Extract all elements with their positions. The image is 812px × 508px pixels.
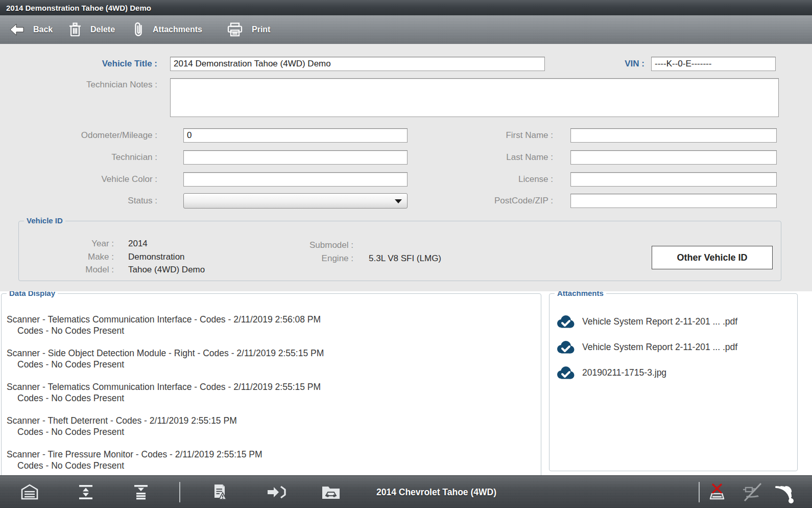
data-display-legend: Data Display xyxy=(7,291,58,298)
attachment-item[interactable]: 20190211-1715-3.jpg xyxy=(556,365,666,380)
attachment-name: 20190211-1715-3.jpg xyxy=(582,367,666,378)
device-disconnected-icon[interactable] xyxy=(706,481,728,503)
cloud-check-icon xyxy=(556,314,575,329)
back-arrow-icon xyxy=(9,22,25,37)
vehicle-id-legend: Vehicle ID xyxy=(24,216,65,225)
trash-icon xyxy=(68,22,82,37)
codes-report-icon[interactable] xyxy=(209,482,229,502)
year-label: Year : xyxy=(42,239,114,249)
other-vehicle-id-button[interactable]: Other Vehicle ID xyxy=(652,246,773,269)
technician-notes-label: Technician Notes : xyxy=(41,80,157,90)
entry-title: Scanner - Telematics Communication Inter… xyxy=(7,382,321,392)
vehicle-color-label: Vehicle Color : xyxy=(41,174,157,184)
back-button[interactable]: Back xyxy=(6,15,56,44)
model-label: Model : xyxy=(42,265,114,275)
attachment-name: Vehicle System Report 2-11-201 ... .pdf xyxy=(582,316,737,327)
cloud-check-icon xyxy=(556,365,575,380)
vehicle-title-input[interactable] xyxy=(170,57,545,71)
print-label: Print xyxy=(252,25,270,34)
app-window: 2014 Demonstration Tahoe (4WD) Demo Back… xyxy=(0,0,812,508)
submodel-label: Submodel : xyxy=(284,240,353,250)
window-title: 2014 Demonstration Tahoe (4WD) Demo xyxy=(0,4,151,12)
entry-detail: Codes - No Codes Present xyxy=(17,326,124,336)
attachments-button[interactable]: Attachments xyxy=(130,15,205,44)
window-title-bar: 2014 Demonstration Tahoe (4WD) Demo xyxy=(0,0,812,15)
odometer-input[interactable] xyxy=(183,128,408,143)
engine-label: Engine : xyxy=(284,253,353,264)
vehicle-id-groupbox: Vehicle ID Year : 2014 Make : Demonstrat… xyxy=(18,221,781,281)
entry-detail: Codes - No Codes Present xyxy=(17,460,124,471)
expand-rows-icon[interactable] xyxy=(77,483,95,501)
vehicle-record-form: Vehicle Title : VIN : Technician Notes :… xyxy=(0,44,812,291)
status-dropdown[interactable] xyxy=(183,193,408,209)
garage-home-icon[interactable] xyxy=(20,483,39,501)
entry-title: Scanner - Tire Pressure Monitor - Codes … xyxy=(7,449,262,460)
back-label: Back xyxy=(33,25,53,34)
attachment-item[interactable]: Vehicle System Report 2-11-201 ... .pdf xyxy=(556,314,737,329)
chevron-down-icon xyxy=(395,199,402,203)
top-toolbar: Back Delete Attachments xyxy=(0,15,812,44)
postcode-label: PostCode/ZIP : xyxy=(451,196,553,206)
status-label: Status : xyxy=(41,196,157,206)
entry-title: Scanner - Side Object Detection Module -… xyxy=(7,348,324,359)
last-name-label: Last Name : xyxy=(451,152,553,163)
vehicle-records-icon[interactable] xyxy=(321,483,341,501)
make-value: Demonstration xyxy=(128,252,185,262)
paperclip-icon xyxy=(133,21,144,38)
make-label: Make : xyxy=(42,252,114,262)
model-value: Tahoe (4WD) Demo xyxy=(128,265,205,275)
attachments-label: Attachments xyxy=(153,25,202,34)
bottom-status-bar: 2014 Chevrolet Tahoe (4WD) xyxy=(0,475,812,508)
vehicle-color-input[interactable] xyxy=(183,172,408,187)
printer-icon xyxy=(227,22,243,37)
statusbar-divider xyxy=(179,482,180,502)
collapse-rows-icon[interactable] xyxy=(132,483,150,501)
connect-vehicle-icon[interactable] xyxy=(266,483,287,501)
entry-detail: Codes - No Codes Present xyxy=(17,427,124,437)
usb-disconnected-icon[interactable] xyxy=(742,481,764,503)
lower-section: Data Display Scanner - Telematics Commun… xyxy=(0,291,812,475)
statusbar-divider xyxy=(699,482,700,502)
odometer-label: Odometer/Mileage : xyxy=(41,130,157,141)
delete-label: Delete xyxy=(90,25,115,34)
entry-title: Scanner - Theft Deterrent - Codes - 2/11… xyxy=(7,415,237,426)
current-vehicle-label: 2014 Chevrolet Tahoe (4WD) xyxy=(376,476,496,508)
entry-detail: Codes - No Codes Present xyxy=(17,393,124,404)
technician-label: Technician : xyxy=(41,152,157,163)
data-display-groupbox: Data Display Scanner - Telematics Commun… xyxy=(1,293,541,475)
vin-label: VIN : xyxy=(587,59,644,69)
technician-input[interactable] xyxy=(183,150,408,165)
last-name-input[interactable] xyxy=(570,150,777,165)
license-label: License : xyxy=(451,174,553,184)
first-name-input[interactable] xyxy=(570,128,777,143)
attachment-name: Vehicle System Report 2-11-201 ... .pdf xyxy=(582,342,737,353)
engine-value: 5.3L V8 SFI (LMG) xyxy=(369,253,441,264)
first-name-label: First Name : xyxy=(451,130,553,141)
wifi-signal-icon[interactable] xyxy=(772,480,797,504)
vehicle-title-label: Vehicle Title : xyxy=(41,59,157,69)
year-value: 2014 xyxy=(128,239,148,249)
vin-input[interactable] xyxy=(651,57,776,71)
postcode-input[interactable] xyxy=(570,194,777,208)
license-input[interactable] xyxy=(570,172,777,187)
attachments-groupbox: Attachments Vehicle System Report 2-11-2… xyxy=(549,293,798,471)
entry-detail: Codes - No Codes Present xyxy=(17,359,124,370)
delete-button[interactable]: Delete xyxy=(65,15,118,44)
attachment-item[interactable]: Vehicle System Report 2-11-201 ... .pdf xyxy=(556,340,737,355)
entry-title: Scanner - Telematics Communication Inter… xyxy=(7,314,321,325)
cloud-check-icon xyxy=(556,340,575,355)
attachments-legend: Attachments xyxy=(555,291,606,298)
technician-notes-input[interactable] xyxy=(170,78,779,117)
print-button[interactable]: Print xyxy=(224,15,273,44)
